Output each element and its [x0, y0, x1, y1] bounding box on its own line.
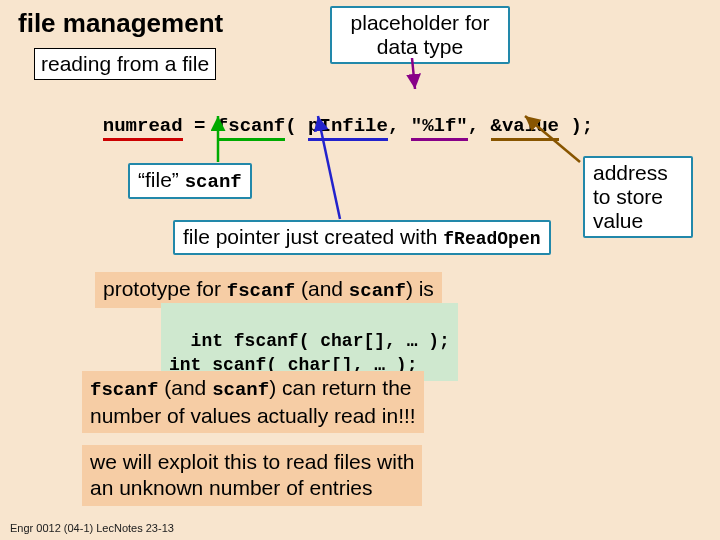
callout-fileptr-l2: fReadOpen — [443, 229, 540, 249]
callout-address-l1: address — [593, 161, 668, 184]
svg-line-0 — [412, 58, 415, 89]
proto-post: ) is — [406, 277, 434, 300]
callout-file-scanf-l2: scanf — [185, 171, 242, 193]
footer: Engr 0012 (04-1) LecNotes 23-13 — [10, 522, 174, 534]
callout-address-l2: to store — [593, 185, 663, 208]
proto-line1: int fscanf( char[], … ); — [191, 331, 450, 351]
proto-code1: fscanf — [227, 280, 295, 302]
callout-file-scanf-l1: “file” — [138, 168, 185, 191]
svg-line-2 — [318, 116, 340, 219]
exploit-box: we will exploit this to read files with … — [82, 445, 422, 506]
exploit-l1: we will exploit this to read files with — [90, 450, 414, 473]
callout-address: address to store value — [583, 156, 693, 238]
return-code1: fscanf — [90, 379, 158, 401]
exploit-l2: an unknown number of entries — [90, 476, 373, 499]
proto-pre: prototype for — [103, 277, 227, 300]
proto-code2: scanf — [349, 280, 406, 302]
prototype-code: int fscanf( char[], … ); int scanf( char… — [161, 303, 458, 381]
return-mid: (and — [158, 376, 212, 399]
return-rest1: ) can return the — [269, 376, 411, 399]
return-rest2: number of values actually read in!!! — [90, 404, 416, 427]
proto-mid: (and — [295, 277, 349, 300]
callout-address-l3: value — [593, 209, 643, 232]
callout-file-scanf: “file” scanf — [128, 163, 252, 199]
svg-line-3 — [525, 116, 580, 162]
callout-fileptr-l1: file pointer just created with — [183, 225, 443, 248]
return-code2: scanf — [212, 379, 269, 401]
callout-file-pointer: file pointer just created with fReadOpen — [173, 220, 551, 255]
return-box: fscanf (and scanf) can return the number… — [82, 371, 424, 433]
